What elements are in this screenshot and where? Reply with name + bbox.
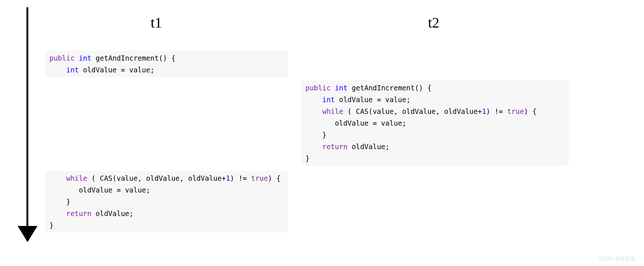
fn-signature: getAndIncrement() { (348, 84, 432, 92)
keyword-int: int (322, 96, 335, 104)
close-brace: } (305, 154, 309, 162)
column-header-t1: t1 (151, 14, 162, 31)
keyword-int: int (79, 54, 91, 62)
keyword-while: while (66, 174, 87, 182)
code-block-t1-part1: public int getAndIncrement() { int oldVa… (45, 51, 288, 77)
keyword-while: while (322, 107, 343, 115)
var-decl: oldValue = value; (79, 66, 155, 74)
keyword-public: public (49, 54, 75, 62)
keyword-return: return (66, 209, 91, 218)
close-brace: } (66, 198, 70, 206)
keyword-true: true (251, 174, 268, 182)
keyword-public: public (305, 84, 331, 92)
var-decl: oldValue = value; (335, 96, 411, 104)
while-end: ) { (524, 107, 536, 115)
code-block-t2: public int getAndIncrement() { int oldVa… (301, 80, 569, 166)
while-cond-open: ( CAS(value, oldValue, oldValue+ (343, 107, 482, 115)
close-brace: } (49, 221, 53, 229)
close-brace: } (322, 131, 326, 139)
fn-signature: getAndIncrement() { (91, 54, 176, 62)
keyword-return: return (322, 143, 348, 151)
literal-one: 1 (226, 174, 230, 182)
keyword-true: true (507, 107, 524, 115)
timeline-arrow-head-icon (18, 226, 37, 242)
code-block-t1-part2: while ( CAS(value, oldValue, oldValue+1)… (45, 171, 288, 233)
assign-stmt: oldValue = value; (335, 119, 406, 127)
keyword-int: int (335, 84, 348, 92)
return-val: oldValue; (348, 143, 389, 151)
timeline-arrow-line (26, 7, 28, 235)
while-cond-open: ( CAS(value, oldValue, oldValue+ (87, 174, 226, 182)
keyword-int: int (66, 66, 79, 74)
while-end: ) { (268, 174, 280, 182)
column-header-t2: t2 (428, 14, 439, 31)
literal-one: 1 (482, 107, 486, 115)
watermark-text: CSDN @黄花菜. (598, 256, 637, 262)
while-cond-close: ) != (486, 107, 507, 115)
return-val: oldValue; (91, 209, 133, 218)
while-cond-close: ) != (230, 174, 251, 182)
assign-stmt: oldValue = value; (79, 186, 150, 194)
